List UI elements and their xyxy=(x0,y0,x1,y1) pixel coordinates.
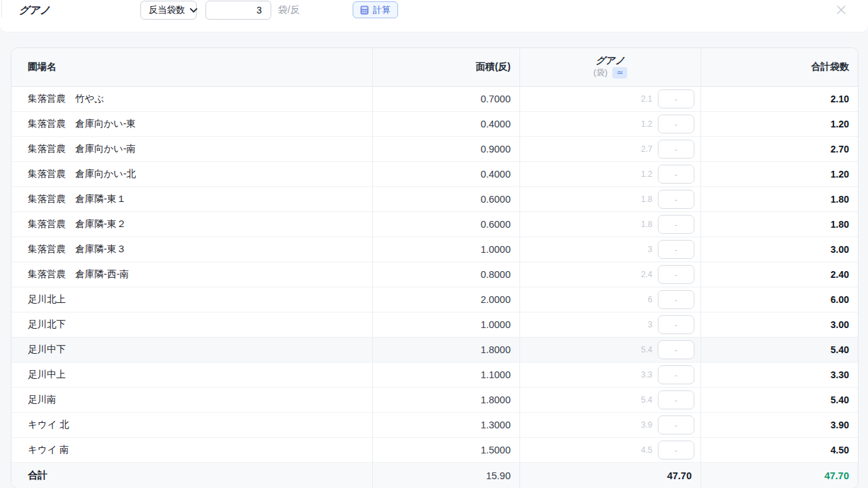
area-cell: 1.8000 xyxy=(373,388,520,412)
guano-hint-value: 3 xyxy=(648,245,652,254)
guano-cell: 3.3 xyxy=(520,363,701,387)
table-row: 集落営農 倉庫向かい-東 0.4000 1.2 1.20 xyxy=(12,112,858,137)
guano-input[interactable] xyxy=(658,265,694,284)
guano-input[interactable] xyxy=(658,240,694,259)
rate-unit-label: 袋/反 xyxy=(278,0,300,20)
guano-cell: 3 xyxy=(520,237,701,262)
table-row: 足川北下 1.0000 3 3.00 xyxy=(12,312,858,338)
guano-hint-value: 1.2 xyxy=(641,119,652,129)
guano-hint-value: 1.2 xyxy=(641,169,652,179)
guano-cell: 3 xyxy=(520,312,701,337)
area-cell: 1.1000 xyxy=(373,363,520,387)
field-name-cell: 集落営農 倉庫向かい-南 xyxy=(12,137,373,161)
field-name-cell: 集落営農 倉庫隣-東３ xyxy=(12,237,373,262)
field-name-cell: キウイ 南 xyxy=(12,438,373,462)
field-name-cell: 足川中下 xyxy=(12,338,373,362)
bags-per-tan-select[interactable]: 反当袋数 xyxy=(140,1,197,20)
table-header-row: 圃場名 面積(反) グアノ (袋) ≃ 合計袋数 xyxy=(12,48,858,87)
total-bags-cell: 3.00 xyxy=(701,312,858,337)
guano-cell: 1.2 xyxy=(520,112,701,136)
guano-hint-value: 2.1 xyxy=(641,94,652,104)
guano-hint-value: 1.8 xyxy=(641,195,652,204)
table-row: 足川中上 1.1000 3.3 3.30 xyxy=(12,363,858,388)
footer-label: 合計 xyxy=(12,463,373,488)
area-cell: 2.0000 xyxy=(373,287,520,312)
total-bags-cell: 3.90 xyxy=(701,413,858,437)
guano-input[interactable] xyxy=(658,415,694,434)
guano-input[interactable] xyxy=(658,290,694,309)
area-cell: 1.0000 xyxy=(373,237,520,262)
field-name-cell: 集落営農 倉庫隣-西-南 xyxy=(12,262,373,287)
guano-hint-value: 3.3 xyxy=(641,370,652,380)
guano-cell: 2.7 xyxy=(520,137,701,161)
total-bags-cell: 1.20 xyxy=(701,162,858,186)
guano-hint-value: 1.8 xyxy=(641,220,652,229)
guano-approx-badge: ≃ xyxy=(612,67,627,79)
guano-input[interactable] xyxy=(658,365,694,384)
chevron-down-icon xyxy=(190,8,197,13)
guano-cell: 1.2 xyxy=(520,162,701,186)
field-name-cell: 集落営農 竹やぶ xyxy=(12,87,373,111)
total-bags-cell: 4.50 xyxy=(701,438,858,462)
guano-input[interactable] xyxy=(658,140,694,159)
guano-header-unit: (袋) xyxy=(593,68,608,77)
field-name-cell: 集落営農 倉庫隣-東２ xyxy=(12,212,373,237)
total-bags-cell: 1.80 xyxy=(701,187,858,211)
guano-input[interactable] xyxy=(658,390,694,409)
guano-cell: 6 xyxy=(520,287,701,312)
close-icon[interactable] xyxy=(835,3,847,16)
guano-input[interactable] xyxy=(658,315,694,334)
field-name-cell: キウイ 北 xyxy=(12,413,373,437)
total-bags-cell: 2.40 xyxy=(701,262,858,287)
guano-cell: 2.4 xyxy=(520,262,701,287)
table-row: 集落営農 倉庫隣-東１ 0.6000 1.8 1.80 xyxy=(12,187,858,212)
field-name-cell: 集落営農 倉庫向かい-東 xyxy=(12,112,373,136)
guano-hint-value: 2.4 xyxy=(641,270,652,279)
table-row: キウイ 北 1.3000 3.9 3.90 xyxy=(12,413,858,438)
area-cell: 0.4000 xyxy=(373,112,520,136)
guano-hint-value: 6 xyxy=(648,295,652,304)
column-header-guano: グアノ (袋) ≃ xyxy=(520,48,701,86)
total-bags-cell: 5.40 xyxy=(701,338,858,362)
guano-input[interactable] xyxy=(658,215,694,234)
guano-input[interactable] xyxy=(658,115,694,134)
table-row: 集落営農 竹やぶ 0.7000 2.1 2.10 xyxy=(12,87,858,112)
guano-cell: 3.9 xyxy=(520,413,701,437)
area-cell: 1.8000 xyxy=(373,338,520,362)
area-cell: 0.4000 xyxy=(373,162,520,186)
guano-input[interactable] xyxy=(658,340,694,359)
area-cell: 0.6000 xyxy=(373,212,520,237)
guano-input[interactable] xyxy=(658,165,694,184)
table-row: 集落営農 倉庫向かい-北 0.4000 1.2 1.20 xyxy=(12,162,858,187)
field-name-cell: 集落営農 倉庫隣-東１ xyxy=(12,187,373,211)
column-header-area: 面積(反) xyxy=(373,48,520,86)
footer-row: 合計 15.90 47.70 47.70 xyxy=(12,463,858,488)
table-row: 足川南 1.8000 5.4 5.40 xyxy=(12,388,858,413)
guano-hint-value: 3 xyxy=(648,320,652,329)
total-bags-cell: 2.10 xyxy=(701,87,858,111)
table-row: 集落営農 倉庫隣-東２ 0.6000 1.8 1.80 xyxy=(12,212,858,237)
rate-input[interactable] xyxy=(205,1,271,20)
footer-guano-total: 47.70 xyxy=(520,463,701,488)
column-header-total: 合計袋数 xyxy=(701,48,858,86)
fields-table: 圃場名 面積(反) グアノ (袋) ≃ 合計袋数 集落営農 竹やぶ 0.7000… xyxy=(11,47,859,488)
total-bags-cell: 3.00 xyxy=(701,237,858,262)
guano-header-title: グアノ xyxy=(596,56,625,65)
guano-hint-value: 5.4 xyxy=(641,345,652,354)
area-cell: 0.8000 xyxy=(373,262,520,287)
area-cell: 0.9000 xyxy=(373,137,520,161)
table-row: 足川北上 2.0000 6 6.00 xyxy=(12,287,858,312)
guano-cell: 4.5 xyxy=(520,438,701,462)
table-row: キウイ 南 1.5000 4.5 4.50 xyxy=(12,438,858,463)
total-bags-cell: 1.20 xyxy=(701,112,858,136)
left-edge-line xyxy=(1,0,2,18)
table-row: 集落営農 倉庫向かい-南 0.9000 2.7 2.70 xyxy=(12,137,858,162)
guano-input[interactable] xyxy=(658,190,694,209)
column-header-field: 圃場名 xyxy=(12,48,373,86)
guano-input[interactable] xyxy=(658,89,694,108)
table-row: 集落営農 倉庫隣-西-南 0.8000 2.4 2.40 xyxy=(12,262,858,287)
total-bags-cell: 2.70 xyxy=(701,137,858,161)
calculate-button[interactable]: 計算 xyxy=(353,1,398,18)
footer-area-total: 15.90 xyxy=(373,463,520,488)
guano-input[interactable] xyxy=(658,441,694,460)
